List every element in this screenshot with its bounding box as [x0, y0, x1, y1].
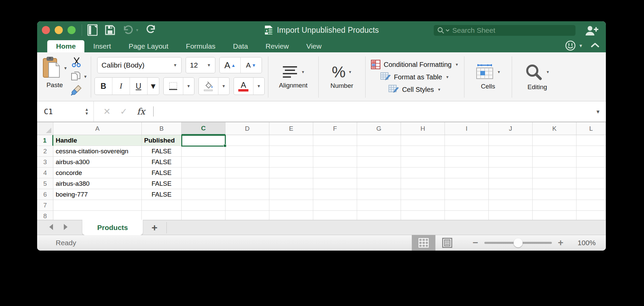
cell-L8[interactable]: [576, 211, 606, 220]
search-scope-caret-icon[interactable]: [446, 29, 450, 32]
cell-A2[interactable]: cessna-citation-sovereign: [53, 146, 142, 157]
cell-L3[interactable]: [576, 157, 606, 168]
cell-B6[interactable]: FALSE: [142, 189, 182, 200]
cell-E3[interactable]: [269, 157, 313, 168]
undo-dropdown-caret[interactable]: ▼: [135, 28, 139, 32]
cell-L2[interactable]: [576, 146, 606, 157]
cell-H4[interactable]: [401, 168, 445, 178]
share-add-person-icon[interactable]: [585, 25, 598, 37]
column-header-G[interactable]: G: [357, 122, 401, 135]
cell-I1[interactable]: [445, 135, 489, 146]
cell-D8[interactable]: [225, 211, 269, 220]
cell-E6[interactable]: [269, 189, 313, 200]
cell-K3[interactable]: [533, 157, 576, 168]
ribbon-tab-home[interactable]: Home: [47, 40, 84, 52]
borders-button[interactable]: [164, 78, 183, 95]
cell-J4[interactable]: [489, 168, 533, 178]
cell-B1[interactable]: Published: [142, 135, 182, 146]
ribbon-tab-page-layout[interactable]: Page Layout: [120, 40, 177, 52]
cell-C6[interactable]: [182, 189, 225, 200]
cell-G4[interactable]: [357, 168, 401, 178]
cell-H5[interactable]: [401, 178, 445, 189]
cell-C8[interactable]: [182, 211, 225, 220]
row-header-1[interactable]: 1: [37, 135, 53, 146]
cell-I7[interactable]: [445, 200, 489, 211]
new-workbook-icon[interactable]: [87, 24, 98, 36]
paste-dropdown-caret[interactable]: ▼: [63, 66, 68, 71]
cell-C4[interactable]: [182, 168, 225, 178]
row-header-4[interactable]: 4: [37, 168, 53, 178]
cell-J7[interactable]: [489, 200, 533, 211]
cell-L1[interactable]: [576, 135, 606, 146]
italic-button[interactable]: I: [112, 78, 130, 95]
previous-sheet-icon[interactable]: [48, 223, 54, 232]
cut-button[interactable]: [71, 57, 82, 69]
ribbon-tab-insert[interactable]: Insert: [84, 40, 120, 52]
cell-C7[interactable]: [182, 200, 225, 211]
cell-J3[interactable]: [489, 157, 533, 168]
font-color-dropdown-caret[interactable]: ▼: [253, 78, 264, 95]
cell-A1[interactable]: Handle: [53, 135, 142, 146]
save-icon[interactable]: [105, 25, 115, 35]
cell-J8[interactable]: [489, 211, 533, 220]
cell-I3[interactable]: [445, 157, 489, 168]
cell-H8[interactable]: [401, 211, 445, 220]
cell-C2[interactable]: [182, 146, 225, 157]
decrease-font-size-button[interactable]: A ▼: [241, 57, 262, 73]
cell-G6[interactable]: [357, 189, 401, 200]
cell-E2[interactable]: [269, 146, 313, 157]
cell-K6[interactable]: [533, 189, 576, 200]
zoom-slider-thumb[interactable]: [513, 238, 522, 248]
cell-G5[interactable]: [357, 178, 401, 189]
cell-D2[interactable]: [225, 146, 269, 157]
cell-J5[interactable]: [489, 178, 533, 189]
cell-F5[interactable]: [313, 178, 357, 189]
cell-F1[interactable]: [313, 135, 357, 146]
sheet-tab-products[interactable]: Products: [82, 220, 143, 235]
bold-button[interactable]: B: [95, 78, 112, 95]
cell-K4[interactable]: [533, 168, 576, 178]
spreadsheet-grid[interactable]: ABCDEFGHIJKL1HandlePublished2cessna-cita…: [37, 122, 606, 220]
cell-B8[interactable]: [142, 211, 182, 220]
cell-B7[interactable]: [142, 200, 182, 211]
increase-font-size-button[interactable]: A ▲: [220, 57, 241, 73]
cell-H7[interactable]: [401, 200, 445, 211]
cell-D5[interactable]: [225, 178, 269, 189]
cell-D1[interactable]: [225, 135, 269, 146]
feedback-smiley-icon[interactable]: ▼: [565, 40, 583, 51]
editing-button[interactable]: ▼: [525, 63, 549, 81]
zoom-in-button[interactable]: +: [558, 237, 563, 248]
cell-K1[interactable]: [533, 135, 576, 146]
cell-I6[interactable]: [445, 189, 489, 200]
cell-B4[interactable]: FALSE: [142, 168, 182, 178]
row-header-8[interactable]: 8: [37, 211, 53, 220]
font-size-select[interactable]: 12 ▼: [186, 57, 215, 73]
number-format-button[interactable]: % ▼: [332, 65, 352, 79]
row-header-5[interactable]: 5: [37, 178, 53, 189]
copy-dropdown-caret[interactable]: ▼: [83, 74, 87, 79]
cell-F8[interactable]: [313, 211, 357, 220]
column-header-C[interactable]: C: [182, 122, 225, 135]
cell-G7[interactable]: [357, 200, 401, 211]
paste-button[interactable]: ▼: [42, 56, 68, 79]
cell-G2[interactable]: [357, 146, 401, 157]
cell-D3[interactable]: [225, 157, 269, 168]
undo-icon[interactable]: ▼: [123, 25, 139, 35]
cell-K5[interactable]: [533, 178, 576, 189]
insert-function-icon[interactable]: fx: [137, 106, 145, 117]
add-sheet-button[interactable]: +: [152, 223, 158, 233]
zoom-window-button[interactable]: [68, 26, 76, 34]
cell-D7[interactable]: [225, 200, 269, 211]
cell-A3[interactable]: airbus-a300: [53, 157, 142, 168]
column-header-A[interactable]: A: [53, 122, 142, 135]
cell-I5[interactable]: [445, 178, 489, 189]
column-header-I[interactable]: I: [445, 122, 489, 135]
cell-D6[interactable]: [225, 189, 269, 200]
fill-handle[interactable]: [223, 144, 226, 147]
close-window-button[interactable]: [42, 26, 50, 34]
formula-bar-expand-caret[interactable]: ▼: [595, 109, 600, 114]
cell-F7[interactable]: [313, 200, 357, 211]
cell-E1[interactable]: [269, 135, 313, 146]
row-header-2[interactable]: 2: [37, 146, 53, 157]
zoom-out-button[interactable]: −: [473, 237, 478, 248]
